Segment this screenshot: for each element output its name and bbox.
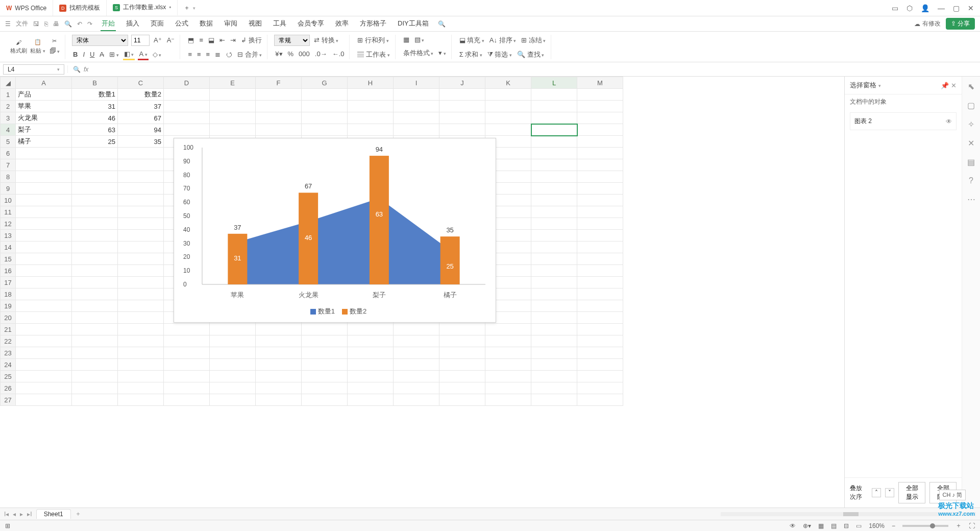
cell-C15[interactable] [118,253,164,265]
cond-format-button[interactable]: 条件格式 [402,47,435,59]
row-header-7[interactable]: 7 [1,159,16,171]
row-header-26[interactable]: 26 [1,382,16,394]
cell-J4[interactable] [439,124,485,136]
cell-M3[interactable] [577,112,623,124]
cell-B15[interactable] [72,253,118,265]
zoom-fx-icon[interactable]: 🔍 [73,66,81,73]
cell-F22[interactable] [256,335,302,347]
cell-J1[interactable] [439,89,485,101]
row-header-5[interactable]: 5 [1,136,16,148]
cell-M4[interactable] [577,124,623,136]
h-scrollbar[interactable] [721,512,976,516]
cell-B20[interactable] [72,312,118,324]
eye-icon[interactable]: 👁 [946,118,952,125]
cell-C18[interactable] [118,288,164,300]
paste-label[interactable]: 粘贴 [30,47,45,55]
cell-B4[interactable]: 63 [72,124,118,136]
cell-E2[interactable] [210,101,256,112]
cell-K27[interactable] [485,394,531,406]
row-header-2[interactable]: 2 [1,101,16,112]
row-header-8[interactable]: 8 [1,171,16,183]
cell-L26[interactable] [531,382,577,394]
row-header-6[interactable]: 6 [1,148,16,159]
cell-D21[interactable] [164,324,210,335]
bold-button[interactable]: B [72,50,79,59]
align-bot-icon[interactable]: ⬓ [207,35,215,45]
cell-M5[interactable] [577,136,623,148]
cell-L20[interactable] [531,312,577,324]
cell-J23[interactable] [439,347,485,359]
cell-F21[interactable] [256,324,302,335]
col-header-E[interactable]: E [210,77,256,89]
cell-A1[interactable]: 产品 [16,89,72,101]
cell-A27[interactable] [16,394,72,406]
cell-L22[interactable] [531,335,577,347]
row-header-24[interactable]: 24 [1,359,16,371]
cell-H27[interactable] [348,394,394,406]
status-indicator-icon[interactable]: ⊞ [5,522,10,529]
cell-L3[interactable] [531,112,577,124]
cell-L1[interactable] [531,89,577,101]
cell-D1[interactable] [164,89,210,101]
name-box[interactable]: L4▾ [3,64,64,75]
cell-C16[interactable] [118,265,164,277]
row-header-4[interactable]: 4 [1,124,16,136]
cell-F2[interactable] [256,101,302,112]
cell-B19[interactable] [72,300,118,312]
row-header-1[interactable]: 1 [1,89,16,101]
cell-K22[interactable] [485,335,531,347]
cell-A6[interactable] [16,148,72,159]
align-center-icon[interactable]: ≡ [196,50,202,59]
cell-M12[interactable] [577,218,623,230]
cell-L24[interactable] [531,359,577,371]
col-header-I[interactable]: I [394,77,439,89]
align-right-icon[interactable]: ≡ [205,50,211,59]
tab-templates[interactable]: D 找稻壳模板 [53,0,107,16]
cell-K24[interactable] [485,359,531,371]
cell-M10[interactable] [577,195,623,206]
move-up-icon[interactable]: ˄ [872,488,881,497]
cell-I4[interactable] [394,124,439,136]
fill-color-button[interactable]: ◧ [123,49,135,60]
row-header-16[interactable]: 16 [1,265,16,277]
row-header-19[interactable]: 19 [1,300,16,312]
cell-J25[interactable] [439,371,485,382]
menu-审阅[interactable]: 审阅 [223,17,238,31]
cell-I27[interactable] [394,394,439,406]
cell-F25[interactable] [256,371,302,382]
cell-D3[interactable] [164,112,210,124]
cell-M8[interactable] [577,171,623,183]
cell-C2[interactable]: 37 [118,101,164,112]
cell-L6[interactable] [531,148,577,159]
sort-button[interactable]: A↓ 排序 [488,35,517,46]
format-brush-icon[interactable]: 🖌 [16,39,21,45]
cell-J2[interactable] [439,101,485,112]
cell-H22[interactable] [348,335,394,347]
cell-M13[interactable] [577,230,623,242]
panel-icon-3[interactable]: ✕ [968,138,974,148]
cell-B1[interactable]: 数量1 [72,89,118,101]
cell-B25[interactable] [72,371,118,382]
col-header-L[interactable]: L [531,77,577,89]
cell-E24[interactable] [210,359,256,371]
cell-K4[interactable] [485,124,531,136]
cell-E22[interactable] [210,335,256,347]
cell-A23[interactable] [16,347,72,359]
sheet-tab[interactable]: Sheet1 [36,509,71,519]
sheet-nav-next[interactable]: ▸ [20,511,23,518]
more-icon[interactable]: ⋯ [967,195,975,204]
row-header-21[interactable]: 21 [1,324,16,335]
cell-C1[interactable]: 数量2 [118,89,164,101]
cell-B27[interactable] [72,394,118,406]
cell-J26[interactable] [439,382,485,394]
pane-object-item[interactable]: 图表 2 👁 [850,112,957,130]
multi-window-icon[interactable]: ▭ [892,4,898,12]
orient-icon[interactable]: ⭯ [225,50,233,59]
menu-开始[interactable]: 开始 [101,17,116,31]
tab-wps-home[interactable]: W WPS Office [0,0,53,16]
cell-L25[interactable] [531,371,577,382]
row-header-20[interactable]: 20 [1,312,16,324]
cell-C8[interactable] [118,171,164,183]
cell-B18[interactable] [72,288,118,300]
strike-button[interactable]: A̶ [99,50,105,59]
